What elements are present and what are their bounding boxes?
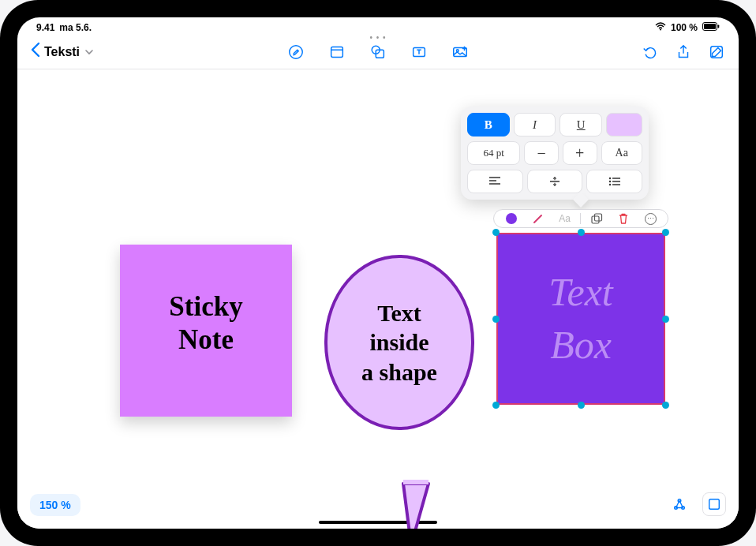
svg-rect-2 [704, 24, 716, 29]
undo-button[interactable] [641, 43, 660, 62]
compose-button[interactable] [707, 43, 726, 62]
duplicate-button[interactable] [584, 210, 609, 227]
sticky-note-text: Sticky Note [169, 290, 242, 357]
status-date: ma 5.6. [59, 22, 92, 33]
selection-handle[interactable] [578, 402, 585, 409]
media-tool-icon[interactable] [451, 43, 470, 62]
text-format-popover: B I U 64 pt − + Aa [461, 107, 649, 200]
divider [580, 213, 581, 224]
title-chevron-icon[interactable] [85, 47, 93, 57]
bold-button[interactable]: B [467, 113, 510, 136]
selection-handle[interactable] [662, 229, 669, 236]
share-button[interactable] [674, 43, 693, 62]
ipad-frame: 9.41 ma 5.6. 100 % • • • Teksti [0, 0, 756, 546]
svg-rect-35 [709, 499, 720, 510]
selection-handle[interactable] [492, 316, 500, 323]
speech-bubble-object[interactable]: Text inside a shape [324, 255, 474, 430]
battery-percent: 100 % [671, 22, 698, 33]
shapes-tool-icon[interactable] [369, 43, 387, 62]
increase-size-button[interactable]: + [563, 141, 597, 165]
italic-button[interactable]: I [514, 113, 556, 136]
stroke-color-button[interactable] [526, 210, 551, 227]
svg-line-33 [679, 501, 683, 508]
collaborators-button[interactable] [668, 492, 691, 516]
list-button[interactable] [586, 170, 642, 193]
svg-rect-3 [718, 25, 720, 28]
speech-bubble-text: Text inside a shape [361, 298, 437, 387]
svg-rect-28 [594, 214, 601, 221]
sticky-note-object[interactable]: Sticky Note [120, 245, 292, 417]
top-toolbar: Teksti [17, 35, 739, 69]
zoom-indicator[interactable]: 150 % [30, 494, 80, 516]
selection-handle[interactable] [492, 402, 500, 409]
battery-icon [702, 22, 720, 33]
align-left-button[interactable] [467, 170, 523, 193]
font-size-field[interactable]: 64 pt [467, 141, 520, 165]
back-button[interactable] [30, 42, 41, 62]
minimap-button[interactable] [702, 492, 726, 516]
decrease-size-button[interactable]: − [524, 141, 559, 165]
text-box-object-selected[interactable]: Text Box [496, 233, 665, 405]
delete-button[interactable] [611, 210, 636, 227]
wifi-icon [655, 22, 666, 33]
underline-button[interactable]: U [560, 113, 602, 136]
canvas-area[interactable]: B I U 64 pt − + Aa [17, 69, 739, 529]
text-color-swatch[interactable] [606, 113, 642, 136]
svg-rect-5 [331, 47, 343, 57]
status-time: 9.41 [36, 22, 54, 33]
text-style-button[interactable]: Aa [601, 141, 643, 165]
selection-handle[interactable] [578, 229, 585, 236]
svg-line-32 [676, 501, 680, 508]
document-title[interactable]: Teksti [44, 45, 80, 59]
svg-point-23 [608, 181, 610, 182]
text-format-button[interactable]: Aa [552, 210, 578, 227]
status-bar: 9.41 ma 5.6. 100 % [17, 17, 739, 35]
svg-point-21 [608, 178, 610, 179]
sticky-note-tool-icon[interactable] [327, 43, 346, 62]
screen: 9.41 ma 5.6. 100 % • • • Teksti [17, 17, 739, 529]
more-options-button[interactable]: ⋯ [638, 210, 663, 227]
text-box-tool-icon[interactable] [410, 43, 429, 62]
selection-handle[interactable] [662, 402, 669, 409]
selection-handle[interactable] [662, 316, 669, 323]
text-box-text: Text Box [548, 266, 613, 372]
svg-point-25 [608, 184, 610, 185]
pen-tool-icon[interactable] [286, 43, 305, 62]
selection-context-bar: Aa ⋯ [493, 209, 668, 228]
svg-rect-27 [592, 216, 599, 223]
selection-handle[interactable] [492, 229, 500, 236]
svg-point-0 [660, 29, 661, 31]
svg-point-11 [456, 49, 458, 51]
fill-color-button[interactable] [499, 210, 524, 227]
align-vertical-center-button[interactable] [527, 170, 583, 193]
